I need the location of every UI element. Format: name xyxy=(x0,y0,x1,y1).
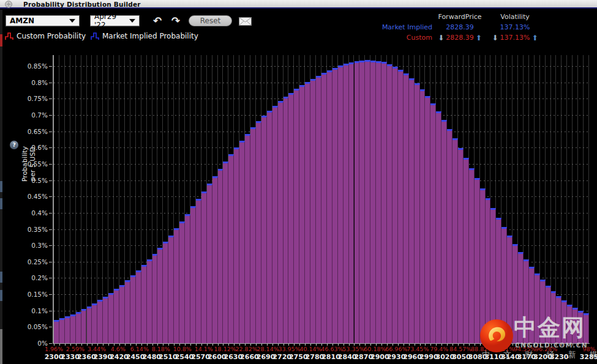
distribution-bar[interactable] xyxy=(256,121,261,343)
distribution-bar[interactable] xyxy=(196,199,201,343)
distribution-bar[interactable] xyxy=(76,312,81,343)
distribution-bar[interactable] xyxy=(359,61,365,343)
custom-volatility-increase-button[interactable]: ⬆ xyxy=(531,34,538,42)
y-tick-mark xyxy=(49,180,52,181)
y-tick-label: 0.45% xyxy=(28,193,48,200)
forward-price-column-header: ForwardPrice xyxy=(432,13,487,21)
histogram-blue-icon xyxy=(91,32,99,40)
distribution-bar[interactable] xyxy=(398,70,404,343)
undo-button[interactable]: ↶ xyxy=(151,15,164,27)
distribution-bar[interactable] xyxy=(299,85,305,343)
window-edge-red-marker xyxy=(0,34,2,46)
distribution-bar[interactable] xyxy=(108,293,114,343)
custom-volatility-decrease-button[interactable]: ⬇ xyxy=(492,34,498,42)
distribution-bar[interactable] xyxy=(381,62,387,343)
distribution-bar[interactable] xyxy=(130,275,136,343)
distribution-bar[interactable] xyxy=(392,67,398,343)
distribution-bar[interactable] xyxy=(163,242,168,343)
distribution-bar[interactable] xyxy=(218,169,223,343)
distribution-bar[interactable] xyxy=(81,309,87,343)
distribution-bar[interactable] xyxy=(59,318,65,343)
distribution-bar[interactable] xyxy=(420,89,426,343)
distribution-bar[interactable] xyxy=(185,214,190,343)
distribution-bar[interactable] xyxy=(272,106,278,343)
expiry-select[interactable]: Apr29 '22 xyxy=(90,15,140,26)
distribution-bar[interactable] xyxy=(152,254,158,343)
distribution-bar[interactable] xyxy=(436,111,441,343)
legend-market-implied-probability[interactable]: Market Implied Probability xyxy=(91,31,198,40)
distribution-bar[interactable] xyxy=(415,83,420,343)
distribution-bar[interactable] xyxy=(409,78,415,343)
distribution-bar[interactable] xyxy=(387,64,392,343)
distribution-bar[interactable] xyxy=(464,158,469,343)
reset-button[interactable]: Reset xyxy=(189,15,232,26)
distribution-bar[interactable] xyxy=(288,93,294,344)
distribution-bar[interactable] xyxy=(245,134,250,343)
distribution-bar[interactable] xyxy=(425,96,430,343)
distribution-bar[interactable] xyxy=(92,303,97,343)
distribution-bar[interactable] xyxy=(267,111,272,343)
y-tick-label: 0.15% xyxy=(28,291,48,298)
distribution-bar[interactable] xyxy=(338,65,344,343)
distribution-bar[interactable] xyxy=(370,61,376,343)
distribution-bar[interactable] xyxy=(458,148,464,343)
distribution-bar[interactable] xyxy=(114,289,119,343)
distribution-bar[interactable] xyxy=(349,62,355,343)
distribution-bar[interactable] xyxy=(103,297,108,343)
distribution-bar[interactable] xyxy=(283,97,289,343)
distribution-bar[interactable] xyxy=(447,129,452,343)
distribution-bar[interactable] xyxy=(97,300,103,343)
distribution-bar[interactable] xyxy=(261,116,267,343)
distribution-bar[interactable] xyxy=(87,306,92,343)
redo-button[interactable]: ↷ xyxy=(169,15,182,27)
distribution-bar[interactable] xyxy=(250,127,256,343)
y-tick-mark xyxy=(49,294,52,295)
distribution-bar[interactable] xyxy=(174,228,179,343)
distribution-bar[interactable] xyxy=(355,61,360,343)
distribution-bar[interactable] xyxy=(54,320,59,343)
distribution-bar[interactable] xyxy=(168,236,174,343)
mail-icon[interactable] xyxy=(239,17,252,26)
distribution-bar[interactable] xyxy=(136,270,141,343)
distribution-bar[interactable] xyxy=(310,79,316,343)
distribution-bar[interactable] xyxy=(65,316,70,343)
distribution-bar[interactable] xyxy=(452,138,458,343)
distribution-bar[interactable] xyxy=(441,120,447,343)
custom-forward-decrease-button[interactable]: ⬇ xyxy=(438,34,444,42)
y-tick-label: 0.1% xyxy=(31,307,48,314)
horizontal-gridline xyxy=(54,66,589,67)
distribution-bar[interactable] xyxy=(332,68,338,343)
distribution-bar[interactable] xyxy=(223,162,228,343)
custom-forward-increase-button[interactable]: ⬆ xyxy=(476,34,482,42)
distribution-bar[interactable] xyxy=(179,221,185,343)
distribution-bar[interactable] xyxy=(201,191,207,343)
y-tick-label: 0.3% xyxy=(31,242,48,249)
distribution-bar[interactable] xyxy=(365,60,370,343)
distribution-bar[interactable] xyxy=(294,89,299,343)
distribution-bar[interactable] xyxy=(147,259,152,343)
distribution-chart[interactable] xyxy=(54,55,589,343)
distribution-bar[interactable] xyxy=(234,147,239,343)
distribution-bar[interactable] xyxy=(344,64,349,343)
distribution-bar[interactable] xyxy=(119,285,125,343)
distribution-bar[interactable] xyxy=(239,141,245,343)
distribution-bar[interactable] xyxy=(321,73,327,343)
distribution-bar[interactable] xyxy=(430,103,436,343)
distribution-bar[interactable] xyxy=(141,265,147,343)
distribution-bar[interactable] xyxy=(327,70,332,343)
distribution-bar[interactable] xyxy=(316,76,321,343)
distribution-bar[interactable] xyxy=(305,82,310,343)
cumulative-percent-label: 84.57% xyxy=(449,346,471,352)
cumulative-percent-label: 6.14% xyxy=(130,346,149,352)
distribution-bar[interactable] xyxy=(190,206,196,343)
distribution-bar[interactable] xyxy=(70,314,76,343)
distribution-bar[interactable] xyxy=(212,176,218,343)
distribution-bar[interactable] xyxy=(228,154,234,343)
distribution-bar[interactable] xyxy=(207,184,212,343)
distribution-bar[interactable] xyxy=(376,61,381,343)
distribution-bar[interactable] xyxy=(404,73,409,343)
distribution-bar[interactable] xyxy=(278,101,283,343)
distribution-bar[interactable] xyxy=(125,280,130,343)
distribution-bar[interactable] xyxy=(157,248,163,343)
distribution-bar[interactable] xyxy=(469,168,475,343)
